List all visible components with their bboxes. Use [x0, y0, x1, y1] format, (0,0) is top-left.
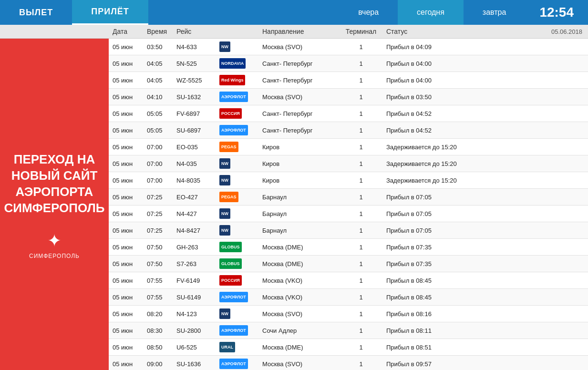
cell-status: Прибыл в 04:52 [382, 108, 588, 119]
cell-terminal: 1 [340, 242, 382, 253]
cell-time: 07:25 [143, 192, 173, 203]
sidebar-ad[interactable]: ПЕРЕХОД НА НОВЫЙ САЙТ АЭРОПОРТА СИМФЕРОП… [0, 39, 109, 370]
cell-time: 08:30 [143, 325, 173, 336]
table-row: 05 июн 07:25 N4-427 NW Барнаул 1 Прибыл … [109, 206, 588, 222]
cell-terminal: 1 [340, 342, 382, 353]
airline-logo: АЭРОФЛОТ [219, 125, 248, 135]
col-header-terminal: Терминал [340, 28, 382, 35]
today-btn[interactable]: сегодня [398, 0, 464, 25]
cell-airline: NW [216, 206, 258, 221]
cell-airline: АЭРОФЛОТ [216, 290, 258, 304]
yesterday-btn[interactable]: вчера [339, 0, 398, 25]
arrival-tab[interactable]: ПРИЛЁТ [72, 0, 148, 25]
cell-airline: NORDAVIA [216, 56, 258, 71]
cell-destination: Москва (VKO) [258, 292, 340, 303]
table-row: 05 июн 03:50 N4-633 NW Москва (SVO) 1 Пр… [109, 39, 588, 55]
table-row: 05 июн 04:10 SU-1632 АЭРОФЛОТ Москва (SV… [109, 89, 588, 105]
sidebar-logo: ✦ СИМФЕРОПОЛЬ [29, 231, 80, 259]
cell-status: Прибыл в 07:05 [382, 192, 588, 203]
cell-date: 05 июн [109, 92, 143, 103]
cell-date: 05 июн [109, 108, 143, 119]
cell-date: 05 июн [109, 208, 143, 219]
cell-time: 07:50 [143, 258, 173, 269]
cell-airline: GLOBUS [216, 257, 258, 271]
cell-flight: WZ-5525 [173, 75, 216, 86]
cell-status: Прибыл в 08:11 [382, 325, 588, 336]
cell-airline: РОССИЯ [216, 106, 258, 121]
cell-terminal: 1 [340, 175, 382, 186]
logo-text: СИМФЕРОПОЛЬ [29, 253, 80, 259]
cell-destination: Барнаул [258, 208, 340, 219]
airline-logo: NW [219, 41, 230, 52]
cell-destination: Санкт- Петербург [258, 58, 340, 69]
cell-status: Прибыл в 07:35 [382, 258, 588, 269]
table-row: 05 июн 07:00 N4-035 NW Киров 1 Задержива… [109, 155, 588, 172]
table-row: 05 июн 08:20 N4-123 NW Москва (SVO) 1 Пр… [109, 306, 588, 322]
cell-status: Прибыл в 04:09 [382, 41, 588, 52]
airline-logo: АЭРОФЛОТ [219, 359, 248, 369]
table-row: 05 июн 08:30 SU-2800 АЭРОФЛОТ Сочи Адлер… [109, 322, 588, 339]
cell-flight: SU-1636 [173, 359, 216, 370]
cell-terminal: 1 [340, 158, 382, 169]
airline-logo: URAL [219, 342, 235, 352]
cell-date: 05 июн [109, 225, 143, 236]
main-content: ПЕРЕХОД НА НОВЫЙ САЙТ АЭРОПОРТА СИМФЕРОП… [0, 39, 588, 370]
cell-status: Прибыл в 03:50 [382, 92, 588, 103]
cell-destination: Сочи Адлер [258, 325, 340, 336]
cell-date: 05 июн [109, 342, 143, 353]
airline-logo: АЭРОФЛОТ [219, 292, 248, 302]
cell-terminal: 1 [340, 142, 382, 153]
cell-terminal: 1 [340, 225, 382, 236]
departure-tab[interactable]: ВЫЛЕТ [0, 0, 72, 25]
cell-destination: Барнаул [258, 192, 340, 203]
cell-airline: АЭРОФЛОТ [216, 90, 258, 104]
cell-date: 05 июн [109, 75, 143, 86]
table-row: 05 июн 09:00 SU-1636 АЭРОФЛОТ Москва (SV… [109, 356, 588, 370]
cell-date: 05 июн [109, 359, 143, 370]
cell-flight: S7-263 [173, 258, 216, 269]
cell-terminal: 1 [340, 108, 382, 119]
cell-status: Прибыл в 04:00 [382, 75, 588, 86]
cell-time: 05:05 [143, 108, 173, 119]
cell-time: 07:55 [143, 275, 173, 286]
cell-terminal: 1 [340, 292, 382, 303]
cell-destination: Москва (SVO) [258, 41, 340, 52]
cell-date: 05 июн [109, 58, 143, 69]
cell-date: 05 июн [109, 175, 143, 186]
airline-logo: PEGAS [219, 192, 238, 202]
cell-airline: NW [216, 156, 258, 171]
cell-date: 05 июн [109, 258, 143, 269]
cell-time: 09:00 [143, 359, 173, 370]
cell-time: 04:05 [143, 58, 173, 69]
airline-logo: Red Wings [219, 75, 245, 85]
cell-status: Прибыл в 07:35 [382, 242, 588, 253]
cell-airline: АЭРОФЛОТ [216, 123, 258, 137]
cell-status: Прибыл в 04:00 [382, 58, 588, 69]
cell-flight: U6-525 [173, 342, 216, 353]
table-row: 05 июн 07:00 N4-8035 NW Киров 1 Задержив… [109, 172, 588, 189]
table-row: 05 июн 07:50 GH-263 GLOBUS Москва (DME) … [109, 239, 588, 256]
tomorrow-btn[interactable]: завтра [464, 0, 526, 25]
airline-logo: NW [219, 175, 230, 185]
cell-destination: Киров [258, 175, 340, 186]
cell-terminal: 1 [340, 308, 382, 319]
table-row: 05 июн 04:05 WZ-5525 Red Wings Санкт- Пе… [109, 72, 588, 89]
cell-time: 07:00 [143, 142, 173, 153]
cell-terminal: 1 [340, 125, 382, 136]
cell-status: Задерживается до 15:20 [382, 175, 588, 186]
airline-logo: NORDAVIA [219, 58, 246, 69]
col-header-flight: Рейс [173, 28, 216, 35]
col-header-date: Дата [109, 28, 143, 35]
cell-destination: Москва (SVO) [258, 308, 340, 319]
cell-terminal: 1 [340, 208, 382, 219]
cell-terminal: 1 [340, 359, 382, 370]
cell-destination: Москва (VKO) [258, 275, 340, 286]
cell-time: 07:25 [143, 208, 173, 219]
cell-date: 05 июн [109, 125, 143, 136]
cell-status: Задерживается до 15:20 [382, 142, 588, 153]
cell-flight: N4-427 [173, 208, 216, 219]
cell-time: 08:50 [143, 342, 173, 353]
cell-flight: SU-6149 [173, 292, 216, 303]
table-row: 05 июн 07:25 N4-8427 NW Барнаул 1 Прибыл… [109, 222, 588, 239]
cell-airline: URAL [216, 340, 258, 354]
